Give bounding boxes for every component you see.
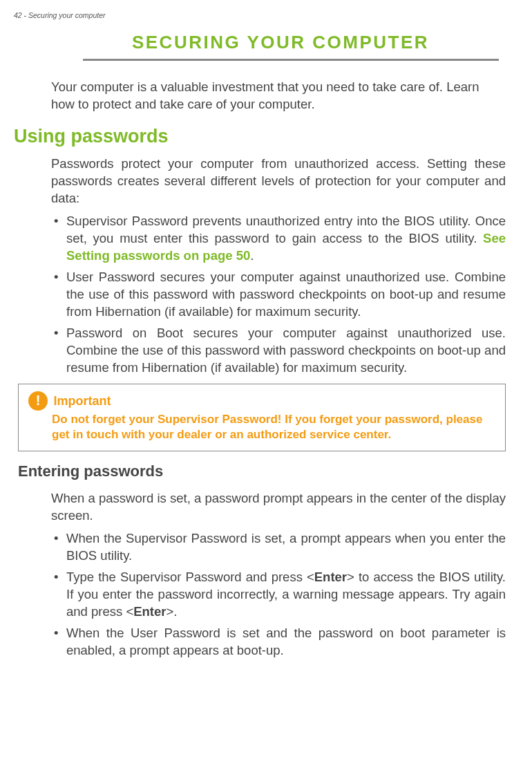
- alert-icon: !: [28, 391, 48, 411]
- key-enter: Enter: [133, 604, 166, 619]
- chapter-divider: [83, 59, 499, 61]
- page-header: 42 - Securing your computer: [14, 11, 506, 19]
- list-item: Type the Supervisor Password and press <…: [51, 569, 506, 621]
- section1-bullet-list: Supervisor Password prevents unauthorize…: [51, 213, 506, 377]
- list-item: User Password secures your computer agai…: [51, 269, 506, 321]
- section-heading-using-passwords: Using passwords: [14, 126, 506, 147]
- bullet-text: >.: [167, 604, 178, 619]
- subsection-heading-entering-passwords: Entering passwords: [18, 462, 506, 480]
- list-item: When the Supervisor Password is set, a p…: [51, 530, 506, 565]
- chapter-title: SECURING YOUR COMPUTER: [14, 32, 506, 53]
- section1-paragraph: Passwords protect your computer from una…: [51, 156, 506, 207]
- bullet-text: .: [250, 248, 254, 263]
- key-enter: Enter: [314, 570, 347, 584]
- list-item: Supervisor Password prevents unauthorize…: [51, 213, 506, 265]
- callout-title: Important: [53, 393, 111, 407]
- section2-paragraph: When a password is set, a password promp…: [51, 490, 506, 525]
- section2-bullet-list: When the Supervisor Password is set, a p…: [51, 530, 506, 659]
- bullet-text: Type the Supervisor Password and press <: [66, 570, 314, 584]
- bullet-text: Supervisor Password prevents unauthorize…: [66, 214, 506, 245]
- list-item: Password on Boot secures your computer a…: [51, 325, 506, 377]
- important-callout: ! Important Do not forget your Superviso…: [18, 384, 506, 451]
- intro-paragraph: Your computer is a valuable investment t…: [51, 79, 506, 113]
- list-item: When the User Password is set and the pa…: [51, 625, 506, 659]
- callout-body: Do not forget your Supervisor Password! …: [52, 412, 495, 442]
